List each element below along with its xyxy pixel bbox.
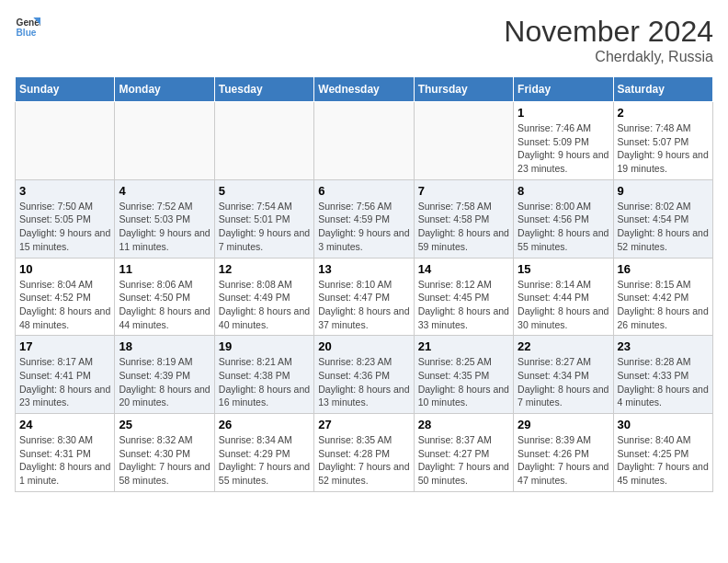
calendar-cell: 27Sunrise: 8:35 AM Sunset: 4:28 PM Dayli… [314, 414, 414, 492]
day-number: 15 [518, 262, 609, 276]
day-number: 23 [618, 339, 709, 353]
day-number: 29 [518, 418, 609, 431]
day-info: Sunrise: 8:17 AM Sunset: 4:41 PM Dayligh… [19, 355, 110, 409]
logo-icon: General Blue [15, 15, 40, 40]
weekday-header: Tuesday [214, 77, 313, 102]
calendar-cell [214, 102, 313, 180]
day-info: Sunrise: 8:04 AM Sunset: 4:52 PM Dayligh… [19, 278, 110, 332]
calendar-cell: 13Sunrise: 8:10 AM Sunset: 4:47 PM Dayli… [314, 258, 414, 336]
day-number: 25 [119, 418, 210, 431]
calendar-cell: 23Sunrise: 8:28 AM Sunset: 4:33 PM Dayli… [613, 336, 712, 414]
day-info: Sunrise: 8:27 AM Sunset: 4:34 PM Dayligh… [518, 355, 609, 409]
day-number: 28 [418, 418, 509, 431]
day-number: 30 [618, 418, 709, 431]
day-info: Sunrise: 8:02 AM Sunset: 4:54 PM Dayligh… [618, 200, 709, 254]
day-info: Sunrise: 8:23 AM Sunset: 4:36 PM Dayligh… [318, 355, 409, 409]
day-info: Sunrise: 8:19 AM Sunset: 4:39 PM Dayligh… [119, 355, 210, 409]
day-number: 26 [219, 418, 310, 431]
calendar-week-row: 17Sunrise: 8:17 AM Sunset: 4:41 PM Dayli… [16, 336, 713, 414]
calendar-cell: 3Sunrise: 7:50 AM Sunset: 5:05 PM Daylig… [16, 179, 115, 258]
calendar-cell [414, 102, 513, 180]
day-info: Sunrise: 8:28 AM Sunset: 4:33 PM Dayligh… [618, 355, 709, 409]
calendar-cell: 18Sunrise: 8:19 AM Sunset: 4:39 PM Dayli… [115, 336, 214, 414]
day-info: Sunrise: 8:39 AM Sunset: 4:26 PM Dayligh… [518, 433, 609, 488]
day-number: 20 [318, 339, 409, 353]
page-header: General Blue November 2024 Cherdakly, Ru… [15, 15, 713, 65]
day-number: 18 [119, 339, 210, 353]
day-info: Sunrise: 8:25 AM Sunset: 4:35 PM Dayligh… [418, 355, 509, 409]
calendar-cell: 8Sunrise: 8:00 AM Sunset: 4:56 PM Daylig… [514, 179, 613, 258]
day-number: 7 [418, 184, 509, 198]
day-number: 14 [418, 262, 509, 276]
weekday-header-row: SundayMondayTuesdayWednesdayThursdayFrid… [16, 77, 713, 102]
day-info: Sunrise: 7:54 AM Sunset: 5:01 PM Dayligh… [219, 200, 310, 254]
calendar-cell: 5Sunrise: 7:54 AM Sunset: 5:01 PM Daylig… [214, 179, 313, 258]
calendar-cell: 4Sunrise: 7:52 AM Sunset: 5:03 PM Daylig… [115, 179, 214, 258]
day-number: 17 [19, 339, 110, 353]
calendar-cell [314, 102, 414, 180]
day-info: Sunrise: 7:58 AM Sunset: 4:58 PM Dayligh… [418, 200, 509, 254]
calendar-cell: 2Sunrise: 7:48 AM Sunset: 5:07 PM Daylig… [613, 102, 712, 180]
day-number: 5 [219, 184, 310, 198]
day-info: Sunrise: 8:30 AM Sunset: 4:31 PM Dayligh… [19, 433, 110, 488]
day-info: Sunrise: 8:15 AM Sunset: 4:42 PM Dayligh… [618, 278, 709, 332]
day-number: 16 [618, 262, 709, 276]
calendar-week-row: 10Sunrise: 8:04 AM Sunset: 4:52 PM Dayli… [16, 258, 713, 336]
calendar-cell: 19Sunrise: 8:21 AM Sunset: 4:38 PM Dayli… [214, 336, 313, 414]
svg-text:Blue: Blue [17, 28, 37, 38]
calendar-cell: 16Sunrise: 8:15 AM Sunset: 4:42 PM Dayli… [613, 258, 712, 336]
day-number: 19 [219, 339, 310, 353]
day-number: 24 [19, 418, 110, 431]
day-number: 11 [119, 262, 210, 276]
calendar-cell: 11Sunrise: 8:06 AM Sunset: 4:50 PM Dayli… [115, 258, 214, 336]
day-number: 1 [518, 106, 609, 120]
calendar-cell: 7Sunrise: 7:58 AM Sunset: 4:58 PM Daylig… [414, 179, 513, 258]
calendar-week-row: 24Sunrise: 8:30 AM Sunset: 4:31 PM Dayli… [16, 414, 713, 492]
day-number: 10 [19, 262, 110, 276]
calendar-cell: 10Sunrise: 8:04 AM Sunset: 4:52 PM Dayli… [16, 258, 115, 336]
weekday-header: Monday [115, 77, 214, 102]
weekday-header: Wednesday [314, 77, 414, 102]
day-info: Sunrise: 7:52 AM Sunset: 5:03 PM Dayligh… [119, 200, 210, 254]
weekday-header: Friday [514, 77, 613, 102]
day-info: Sunrise: 7:46 AM Sunset: 5:09 PM Dayligh… [518, 121, 609, 176]
day-info: Sunrise: 7:50 AM Sunset: 5:05 PM Dayligh… [19, 200, 110, 254]
calendar-cell [115, 102, 214, 180]
day-info: Sunrise: 8:32 AM Sunset: 4:30 PM Dayligh… [119, 433, 210, 488]
weekday-header: Thursday [414, 77, 513, 102]
day-number: 27 [318, 418, 409, 431]
day-info: Sunrise: 8:14 AM Sunset: 4:44 PM Dayligh… [518, 278, 609, 332]
calendar-cell: 20Sunrise: 8:23 AM Sunset: 4:36 PM Dayli… [314, 336, 414, 414]
calendar-week-row: 1Sunrise: 7:46 AM Sunset: 5:09 PM Daylig… [16, 102, 713, 180]
calendar-cell: 9Sunrise: 8:02 AM Sunset: 4:54 PM Daylig… [613, 179, 712, 258]
calendar-cell: 30Sunrise: 8:40 AM Sunset: 4:25 PM Dayli… [613, 414, 712, 492]
day-info: Sunrise: 8:35 AM Sunset: 4:28 PM Dayligh… [318, 433, 409, 488]
location: Cherdakly, Russia [504, 49, 713, 65]
day-number: 12 [219, 262, 310, 276]
day-number: 9 [618, 184, 709, 198]
day-number: 4 [119, 184, 210, 198]
day-info: Sunrise: 8:10 AM Sunset: 4:47 PM Dayligh… [318, 278, 409, 332]
calendar-cell [16, 102, 115, 180]
day-info: Sunrise: 8:06 AM Sunset: 4:50 PM Dayligh… [119, 278, 210, 332]
calendar-cell: 26Sunrise: 8:34 AM Sunset: 4:29 PM Dayli… [214, 414, 313, 492]
calendar-cell: 29Sunrise: 8:39 AM Sunset: 4:26 PM Dayli… [514, 414, 613, 492]
calendar-cell: 12Sunrise: 8:08 AM Sunset: 4:49 PM Dayli… [214, 258, 313, 336]
calendar-table: SundayMondayTuesdayWednesdayThursdayFrid… [15, 76, 713, 492]
weekday-header: Saturday [613, 77, 712, 102]
day-number: 8 [518, 184, 609, 198]
calendar-cell: 6Sunrise: 7:56 AM Sunset: 4:59 PM Daylig… [314, 179, 414, 258]
day-info: Sunrise: 8:00 AM Sunset: 4:56 PM Dayligh… [518, 200, 609, 254]
day-info: Sunrise: 8:40 AM Sunset: 4:25 PM Dayligh… [618, 433, 709, 488]
day-number: 21 [418, 339, 509, 353]
weekday-header: Sunday [16, 77, 115, 102]
month-title: November 2024 [504, 15, 713, 49]
day-info: Sunrise: 7:56 AM Sunset: 4:59 PM Dayligh… [318, 200, 409, 254]
day-number: 13 [318, 262, 409, 276]
calendar-cell: 25Sunrise: 8:32 AM Sunset: 4:30 PM Dayli… [115, 414, 214, 492]
day-number: 22 [518, 339, 609, 353]
calendar-cell: 24Sunrise: 8:30 AM Sunset: 4:31 PM Dayli… [16, 414, 115, 492]
day-info: Sunrise: 7:48 AM Sunset: 5:07 PM Dayligh… [618, 121, 709, 176]
day-info: Sunrise: 8:34 AM Sunset: 4:29 PM Dayligh… [219, 433, 310, 488]
day-info: Sunrise: 8:12 AM Sunset: 4:45 PM Dayligh… [418, 278, 509, 332]
